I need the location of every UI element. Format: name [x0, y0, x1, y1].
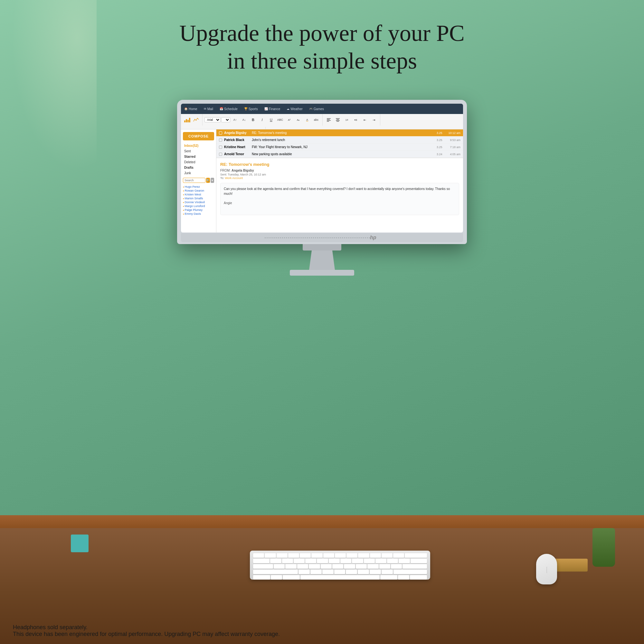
- bar-chart-btn[interactable]: [183, 116, 191, 124]
- key[interactable]: [323, 553, 334, 558]
- key[interactable]: [335, 553, 346, 558]
- email-checkbox-4[interactable]: [219, 153, 222, 156]
- key[interactable]: [309, 564, 320, 569]
- font-family-select[interactable]: Arial: [204, 117, 221, 122]
- key[interactable]: [297, 564, 308, 569]
- font-grow-btn[interactable]: A↑: [231, 116, 239, 124]
- key[interactable]: [411, 559, 427, 563]
- key[interactable]: [387, 559, 398, 563]
- to-value[interactable]: Work Account: [225, 176, 243, 180]
- contact-8[interactable]: Emmy Davis: [183, 212, 214, 216]
- email-checkbox-1[interactable]: [219, 131, 222, 135]
- sidebar-inbox[interactable]: Inbox(52): [183, 143, 214, 148]
- key[interactable]: [391, 564, 402, 569]
- compose-button[interactable]: COMPOSE: [183, 132, 214, 140]
- font-color-btn[interactable]: A: [303, 116, 311, 124]
- key[interactable]: [300, 553, 311, 558]
- abc-btn[interactable]: abc: [312, 116, 320, 124]
- key[interactable]: [321, 564, 332, 569]
- line-chart-btn[interactable]: [192, 116, 200, 124]
- filter-button[interactable]: ▼: [211, 178, 214, 183]
- nav-games[interactable]: 🎮 Games: [309, 107, 324, 111]
- key[interactable]: [265, 553, 276, 558]
- key[interactable]: [356, 564, 367, 569]
- underline-btn[interactable]: U: [267, 116, 275, 124]
- key[interactable]: [322, 570, 334, 574]
- enter-key[interactable]: [403, 564, 427, 569]
- align-center-btn[interactable]: [334, 116, 342, 124]
- alt-key[interactable]: [283, 575, 300, 580]
- key[interactable]: [393, 553, 404, 558]
- email-row-2[interactable]: Patrick Black John's retirement lunch 3.…: [216, 137, 463, 144]
- key[interactable]: [311, 553, 322, 558]
- italic-btn[interactable]: I: [258, 116, 266, 124]
- key[interactable]: [288, 553, 299, 558]
- sidebar-sent[interactable]: Sent: [183, 148, 214, 154]
- key[interactable]: [352, 559, 363, 563]
- key[interactable]: [270, 559, 281, 563]
- bullets-btn[interactable]: •≡: [352, 116, 360, 124]
- key[interactable]: [358, 553, 369, 558]
- numbering-btn[interactable]: 1≡: [343, 116, 351, 124]
- sidebar-deleted[interactable]: Deleted: [183, 159, 214, 165]
- email-row-selected[interactable]: Angela Bigsby RE: Tomorrow's meeting 3.2…: [216, 129, 463, 137]
- contact-6[interactable]: Margo Lunsford: [183, 204, 214, 208]
- key[interactable]: [253, 553, 264, 558]
- align-left-btn[interactable]: [325, 116, 333, 124]
- decrease-indent-btn[interactable]: ⇤: [361, 116, 369, 124]
- key[interactable]: [317, 559, 328, 563]
- contact-1[interactable]: Hugo Perez: [183, 185, 214, 189]
- nav-mail[interactable]: ✉ Mail: [204, 107, 213, 111]
- key[interactable]: [346, 570, 357, 574]
- key[interactable]: [382, 570, 393, 574]
- ctrl-right-key[interactable]: [410, 575, 427, 580]
- sidebar-starred[interactable]: Starred: [183, 154, 214, 159]
- nav-schedule[interactable]: 📅 Schedule: [220, 107, 238, 111]
- key[interactable]: [274, 564, 285, 569]
- key[interactable]: [285, 564, 296, 569]
- contact-2[interactable]: Rowan Gearon: [183, 189, 214, 193]
- superscript-btn[interactable]: A²: [285, 116, 293, 124]
- contact-3[interactable]: Kristen West: [183, 193, 214, 196]
- increase-indent-btn[interactable]: ⇥: [370, 116, 378, 124]
- nav-weather[interactable]: ☁ Weather: [287, 107, 303, 111]
- key[interactable]: [346, 553, 357, 558]
- key[interactable]: [367, 564, 378, 569]
- key[interactable]: [334, 570, 346, 574]
- bold-btn[interactable]: B: [249, 116, 257, 124]
- strikethrough-btn[interactable]: ABC: [276, 116, 284, 124]
- key[interactable]: [398, 575, 409, 580]
- email-row-4[interactable]: Arnold Tenor New parking spots available…: [216, 151, 463, 158]
- key[interactable]: [332, 564, 343, 569]
- key[interactable]: [271, 575, 282, 580]
- font-size-select[interactable]: 11: [221, 117, 230, 122]
- search-button[interactable]: 🔍: [206, 178, 210, 183]
- shift-key[interactable]: [253, 570, 298, 574]
- space-key[interactable]: [300, 575, 380, 580]
- email-row-3[interactable]: Kristine Heart FW: Your Flight Itinerary…: [216, 144, 463, 151]
- mouse[interactable]: [536, 554, 557, 584]
- subscript-btn[interactable]: A₂: [294, 116, 302, 124]
- key[interactable]: [364, 559, 375, 563]
- sidebar-junk[interactable]: Junk: [183, 170, 214, 176]
- key[interactable]: [253, 559, 270, 563]
- key[interactable]: [298, 570, 310, 574]
- key[interactable]: [305, 559, 316, 563]
- key[interactable]: [399, 559, 410, 563]
- key[interactable]: [282, 559, 293, 563]
- alt-right-key[interactable]: [380, 575, 397, 580]
- sidebar-drafts[interactable]: Drafts: [183, 165, 214, 170]
- key[interactable]: [370, 553, 381, 558]
- font-shrink-btn[interactable]: A↓: [240, 116, 248, 124]
- key[interactable]: [379, 564, 390, 569]
- search-input[interactable]: [183, 178, 205, 183]
- key[interactable]: [253, 564, 273, 569]
- ctrl-key[interactable]: [253, 575, 270, 580]
- key[interactable]: [310, 570, 322, 574]
- nav-sports[interactable]: 🏆 Sports: [244, 107, 258, 111]
- key[interactable]: [405, 553, 427, 558]
- key[interactable]: [375, 559, 386, 563]
- key[interactable]: [294, 559, 305, 563]
- key[interactable]: [358, 570, 369, 574]
- key[interactable]: [382, 553, 393, 558]
